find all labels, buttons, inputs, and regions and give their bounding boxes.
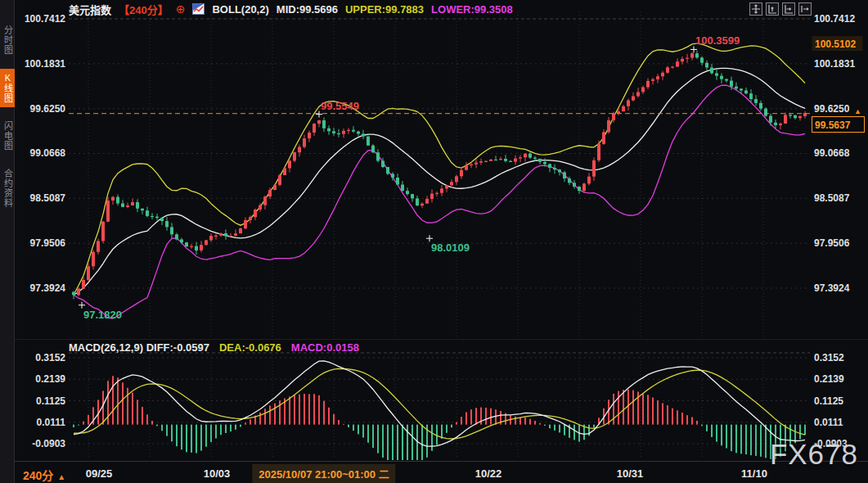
svg-text:0.2139: 0.2139 — [35, 373, 65, 385]
axis-badges: 100.510299.5637▲ — [812, 36, 865, 133]
svg-text:100.3599: 100.3599 — [695, 34, 740, 47]
trading-app-window: 分时图K线图闪电图合约资料 99.5549100.359998.010997.1… — [0, 0, 868, 483]
crosshair-move-icon[interactable] — [749, 2, 762, 16]
svg-text:98.0109: 98.0109 — [431, 242, 470, 254]
svg-text:0.2139: 0.2139 — [814, 373, 844, 385]
svg-text:99.5549: 99.5549 — [321, 100, 359, 112]
sidebar-tab-3[interactable]: 闪电图 — [0, 117, 15, 155]
svg-text:99.6250: 99.6250 — [814, 103, 850, 115]
indicator-chart-icon — [192, 3, 205, 15]
svg-text:100.7412: 100.7412 — [25, 13, 65, 25]
svg-text:97.1820: 97.1820 — [83, 309, 122, 321]
sidebar-tab-1[interactable]: 分时图 — [0, 21, 15, 59]
chart-toolbar — [749, 2, 812, 16]
svg-text:-0.0903: -0.0903 — [32, 438, 65, 449]
chart-header: 美元指数 【240分】 ⊕ BOLL(20,2) MID:99.5696 UPP… — [69, 2, 513, 16]
boll-upper-value: UPPER:99.7883 — [345, 3, 424, 16]
watermark: FX678 — [770, 438, 858, 471]
time-axis-bar: 240分▲ 09/2510/032025/10/07 21:00~01:00 二… — [15, 461, 868, 483]
macd-pane — [73, 361, 806, 461]
date-axis-label: 09/25 — [86, 467, 113, 480]
svg-text:0.0111: 0.0111 — [37, 417, 66, 428]
macd-dea-label: DEA:-0.0676 — [219, 341, 281, 354]
candlestick-chart-canvas[interactable]: 99.5549100.359998.010997.1820100.7412100… — [15, 0, 868, 461]
svg-text:99.0668: 99.0668 — [30, 147, 66, 159]
latest-price-marker-icon[interactable]: ▲ — [854, 107, 861, 115]
interval-selector[interactable]: 240分▲ — [23, 467, 65, 483]
svg-text:100.1831: 100.1831 — [25, 58, 65, 70]
zoom-horizontal-icon[interactable] — [782, 2, 795, 16]
candles-layer — [72, 51, 807, 300]
svg-text:100.7412: 100.7412 — [814, 13, 855, 25]
macd-header: MACD(26,12,9) DIFF:-0.0597 DEA:-0.0676 M… — [69, 341, 359, 354]
svg-text:97.3924: 97.3924 — [30, 282, 66, 294]
zoom-vertical-icon[interactable] — [766, 2, 779, 16]
svg-text:0.3152: 0.3152 — [814, 352, 844, 363]
interval-tag[interactable]: 【240分】 — [119, 2, 169, 17]
date-axis-label: 10/03 — [204, 467, 231, 480]
add-indicator-icon[interactable]: ⊕ — [176, 2, 186, 16]
interval-arrow-icon: ▲ — [57, 472, 65, 481]
svg-text:98.5087: 98.5087 — [30, 192, 66, 204]
interval-label: 240分 — [23, 469, 53, 482]
svg-text:0.3152: 0.3152 — [35, 352, 65, 363]
svg-text:97.9506: 97.9506 — [814, 237, 850, 249]
svg-text:0.0111: 0.0111 — [814, 417, 843, 428]
svg-text:0.1125: 0.1125 — [814, 395, 843, 407]
sidebar-tab-4[interactable]: 合约资料 — [0, 165, 15, 212]
svg-text:100.5102: 100.5102 — [815, 38, 856, 50]
svg-text:99.6250: 99.6250 — [30, 103, 66, 115]
boll-lower-value: LOWER:99.3508 — [431, 3, 513, 16]
date-axis-label: 10/31 — [617, 467, 644, 480]
date-axis-label: 10/22 — [475, 467, 502, 480]
symbol-title: 美元指数 — [69, 2, 111, 17]
macd-diff-label: MACD(26,12,9) DIFF:-0.0597 — [69, 341, 209, 354]
chart-main-area: 99.5549100.359998.010997.1820100.7412100… — [15, 0, 868, 483]
svg-text:0.1125: 0.1125 — [36, 395, 65, 407]
macd-dea-line — [74, 368, 805, 439]
hovered-bar-timestamp: 2025/10/07 21:00~01:00 二 — [252, 464, 395, 483]
macd-diff-line — [74, 361, 805, 446]
boll-mid-value: MID:99.5696 — [277, 3, 338, 16]
pan-right-icon[interactable] — [798, 2, 812, 16]
svg-text:99.0668: 99.0668 — [814, 147, 850, 159]
grid-lines — [15, 11, 868, 459]
boll-params-label: BOLL(20,2) — [212, 3, 268, 16]
svg-text:97.3924: 97.3924 — [814, 282, 850, 294]
sidebar-tab-2[interactable]: K线图 — [0, 69, 15, 107]
chart-type-sidebar: 分时图K线图闪电图合约资料 — [0, 0, 15, 483]
date-axis-label: 11/10 — [741, 467, 767, 480]
svg-text:98.5087: 98.5087 — [814, 192, 850, 204]
svg-text:100.1831: 100.1831 — [814, 58, 855, 70]
bollinger-bands — [74, 43, 805, 318]
svg-text:97.9506: 97.9506 — [30, 237, 66, 249]
macd-hist-label: MACD:0.0158 — [291, 341, 359, 354]
svg-text:99.5637: 99.5637 — [815, 120, 851, 131]
